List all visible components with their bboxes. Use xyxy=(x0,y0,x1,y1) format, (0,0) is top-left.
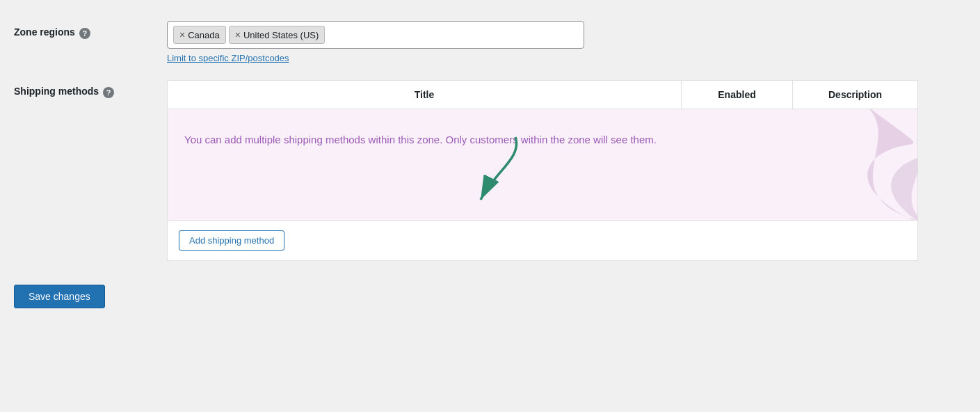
zone-regions-label: Zone regions xyxy=(14,26,75,38)
add-shipping-method-area: Add shipping method xyxy=(168,221,917,260)
shipping-methods-label-col: Shipping methods ? xyxy=(14,80,167,98)
col-enabled-header: Enabled xyxy=(681,81,792,109)
save-changes-area: Save changes xyxy=(14,278,966,308)
shipping-methods-field-col: Title Enabled Description You can add mu… xyxy=(167,80,966,261)
remove-us-icon[interactable]: × xyxy=(235,30,241,40)
add-shipping-method-button[interactable]: Add shipping method xyxy=(179,230,284,251)
remove-canada-icon[interactable]: × xyxy=(179,30,185,40)
shipping-info-text: You can add multiple shipping methods wi… xyxy=(184,132,685,148)
shipping-info-area: You can add multiple shipping methods wi… xyxy=(168,109,917,221)
shipping-table-header: Title Enabled Description xyxy=(168,81,917,109)
tag-us: × United States (US) xyxy=(229,26,326,44)
col-description-header: Description xyxy=(792,81,917,109)
tag-us-label: United States (US) xyxy=(243,30,319,40)
zone-regions-field-col: × Canada × United States (US) Limit to s… xyxy=(167,21,966,63)
tag-canada: × Canada xyxy=(173,26,226,44)
shipping-methods-row: Shipping methods ? Title Enabled Descrip… xyxy=(14,80,966,261)
limit-to-postcodes-link[interactable]: Limit to specific ZIP/postcodes xyxy=(167,53,289,63)
shipping-methods-label: Shipping methods xyxy=(14,86,99,97)
col-title-header: Title xyxy=(168,81,681,109)
decorative-swirl xyxy=(723,109,917,221)
shipping-methods-table: Title Enabled Description You can add mu… xyxy=(167,80,918,261)
shipping-methods-help-icon[interactable]: ? xyxy=(103,87,114,98)
zone-regions-help-icon[interactable]: ? xyxy=(79,28,90,39)
zone-regions-input[interactable]: × Canada × United States (US) xyxy=(167,21,584,49)
zone-regions-label-col: Zone regions ? xyxy=(14,21,167,39)
save-changes-button[interactable]: Save changes xyxy=(14,285,105,308)
zone-regions-row: Zone regions ? × Canada × United States … xyxy=(14,21,966,63)
tag-canada-label: Canada xyxy=(188,30,220,40)
